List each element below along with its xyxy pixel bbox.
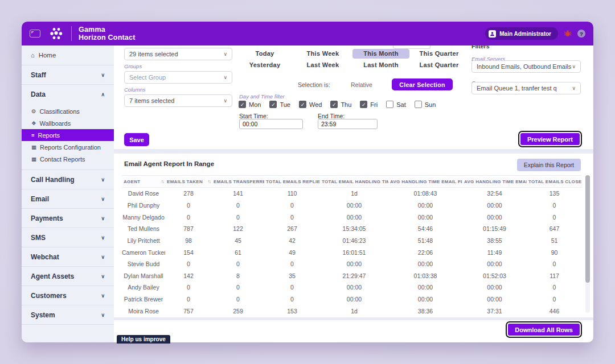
brand-divider [71, 26, 72, 41]
day-toggle-fri[interactable]: ✓Fri [360, 101, 378, 108]
help-us-improve-tab[interactable]: Help us improve [117, 335, 170, 344]
gamma-logo-icon [48, 26, 64, 42]
day-toggle-sun[interactable]: Sun [415, 101, 436, 108]
agent-name: David Rose [122, 190, 165, 197]
end-time-input[interactable] [318, 119, 378, 129]
window-frame-icon[interactable] [30, 30, 40, 38]
daterange-yesterday[interactable]: Yesterday [236, 60, 293, 70]
sidebar-group-staff[interactable]: Staff∨ [22, 65, 114, 84]
daterange-last-week[interactable]: Last Week [294, 60, 351, 70]
cell-value: 0 [165, 284, 212, 291]
table-row[interactable]: David Rose2781411101d01:08:4332:54135 [122, 188, 582, 200]
column-header-emails-transferred[interactable]: EMAILS TRANSFERRED↑↓ [212, 176, 264, 187]
preview-report-button[interactable]: Preview Report [519, 132, 581, 146]
day-toggle-sat[interactable]: Sat [386, 101, 406, 108]
column-header-avg-handling-time-email-first[interactable]: AVG HANDLING TIME EMAIL FIRST↑↓ [388, 176, 462, 187]
sidebar-item-reports[interactable]: ≡Reports [22, 129, 114, 141]
table-row[interactable]: Andy Bailey00000:0000:0000:000 [122, 282, 582, 293]
sidebar-item-wallboards[interactable]: ❖Wallboards [22, 117, 114, 129]
column-header-total-emails-closed[interactable]: TOTAL EMAILS CLOSED↑↓ [527, 176, 582, 187]
cell-value: 01:03:38 [388, 272, 462, 279]
cell-value: 16:01:51 [320, 249, 388, 256]
sidebar-group-email[interactable]: Email∨ [22, 189, 114, 208]
day-toggle-mon[interactable]: ✓Mon [239, 101, 261, 108]
column-header-total-email-handling-time[interactable]: TOTAL EMAIL HANDLING TIME↑↓ [320, 176, 388, 187]
cell-value: 00:00 [320, 260, 388, 267]
clear-selection-button[interactable]: Clear Selection [392, 78, 453, 90]
selection-is-label: Selection is: [298, 81, 330, 88]
agent-name: Cameron Tucker [122, 249, 165, 256]
queue-select[interactable]: Email Queue 1, tranfer test q ∨ [472, 82, 581, 94]
table-row[interactable]: Phil Dunphy00000:0000:0000:000 [122, 200, 582, 212]
checkbox-fri[interactable]: ✓ [360, 101, 367, 108]
report-items-select[interactable]: 29 items selected ∨ [124, 48, 232, 60]
sidebar-group-sms[interactable]: SMS∨ [22, 228, 114, 247]
cell-value: 0 [527, 260, 582, 267]
save-button[interactable]: Save [124, 133, 149, 146]
column-header-avg-handling-time-email-final[interactable]: AVG HANDLING TIME EMAIL FINAL↑↓ [462, 176, 527, 187]
table-row[interactable]: Lily Pritchett98454201:46:2351:4838:5551 [122, 235, 582, 247]
explain-report-button[interactable]: Explain this Report [517, 159, 581, 171]
sidebar-group-payments[interactable]: Payments∨ [22, 209, 114, 228]
daterange-last-quarter[interactable]: Last Quarter [411, 60, 468, 70]
table-row[interactable]: Patrick Brewer00000:0000:0000:000 [122, 293, 582, 305]
checkbox-tue[interactable]: ✓ [269, 101, 277, 108]
sort-icon[interactable]: ↑↓ [208, 179, 211, 184]
column-header-emails-taken[interactable]: EMAILS TAKEN↑↓ [165, 176, 212, 187]
table-row[interactable]: Moira Rose7572591531d38:3637:31446 [122, 305, 582, 317]
table-row[interactable]: Manny Delgado00000:0000:0000:000 [122, 211, 582, 223]
sidebar-item-home[interactable]: ⌂Home [22, 46, 114, 65]
checkbox-sat[interactable] [386, 101, 393, 108]
table-row[interactable]: Ted Mullens78712226715:34:0554:4601:15:4… [122, 223, 582, 235]
groups-label: Groups [124, 63, 232, 69]
sidebar-group-webchat[interactable]: Webchat∨ [22, 247, 114, 266]
daterange-today[interactable]: Today [236, 49, 293, 59]
checkbox-thu[interactable]: ✓ [330, 101, 338, 108]
column-header-total-emails-replies-sent[interactable]: TOTAL EMAILS REPLIES SENT↑↓ [264, 176, 320, 187]
sidebar-item-contact-reports[interactable]: ▦Contact Reports [22, 153, 114, 165]
sidebar-group-system[interactable]: System∨ [22, 305, 114, 324]
day-toggle-tue[interactable]: ✓Tue [269, 101, 290, 108]
sidebar-group-label: Customers [31, 292, 67, 300]
groups-select[interactable]: Select Group ∨ [124, 71, 232, 84]
day-toggle-thu[interactable]: ✓Thu [330, 101, 351, 108]
daterange-this-week[interactable]: This Week [294, 49, 351, 59]
email-servers-select[interactable]: Inbound Emails, Outbound Emails ∨ [472, 60, 581, 73]
sidebar-group-agent-assets[interactable]: Agent Assets∨ [22, 267, 114, 286]
sidebar-group-customers[interactable]: Customers∨ [22, 286, 114, 305]
daterange-this-month[interactable]: This Month [352, 49, 409, 59]
table-row[interactable]: Stevie Budd00000:0000:0000:000 [122, 258, 582, 270]
table-row[interactable]: Cameron Tucker154614916:01:5122:0611:499… [122, 246, 582, 258]
daterange-this-quarter[interactable]: This Quarter [411, 49, 468, 59]
columns-select[interactable]: 7 items selected ∨ [124, 94, 232, 107]
cell-value: 00:00 [320, 284, 388, 291]
cell-value: 01:46:23 [320, 237, 388, 244]
table-scrollbar[interactable] [585, 175, 590, 313]
checkbox-mon[interactable]: ✓ [239, 101, 246, 108]
column-header-agent[interactable]: AGENT↑↓ [122, 176, 165, 187]
cell-value: 01:52:03 [462, 272, 527, 279]
cell-value: 142 [165, 272, 212, 279]
sidebar-item-classifications[interactable]: ⚙Classifications [22, 105, 114, 117]
chevron-down-icon: ∨ [101, 312, 105, 318]
sidebar-group-data[interactable]: Data∧ [22, 85, 114, 104]
admin-button[interactable]: Main Administrator [485, 27, 558, 40]
download-all-rows-button[interactable]: Download All Rows [507, 322, 581, 337]
chevron-down-icon: ∨ [572, 64, 576, 69]
brand-line1: Gamma [79, 26, 136, 34]
help-icon[interactable]: ? [577, 30, 585, 38]
daterange-last-month[interactable]: Last Month [352, 60, 409, 70]
cell-value: 0 [212, 284, 264, 291]
table-row[interactable]: Dylan Marshall14283521:29:4701:03:3801:5… [122, 270, 582, 282]
bug-report-icon[interactable] [564, 30, 572, 38]
checkbox-sun[interactable] [415, 101, 422, 108]
sidebar-item-label: Home [39, 52, 56, 59]
sidebar-group-call-handling[interactable]: Call Handling∨ [22, 170, 114, 189]
sort-icon[interactable]: ↑↓ [161, 179, 164, 184]
sidebar-item-reports-configuration[interactable]: ▦Reports Configuration [22, 141, 114, 153]
checkbox-wed[interactable]: ✓ [299, 101, 306, 108]
scrollbar-thumb[interactable] [585, 175, 590, 283]
cell-value: 259 [212, 308, 264, 315]
start-time-input[interactable] [239, 119, 303, 129]
day-toggle-wed[interactable]: ✓Wed [299, 101, 322, 108]
